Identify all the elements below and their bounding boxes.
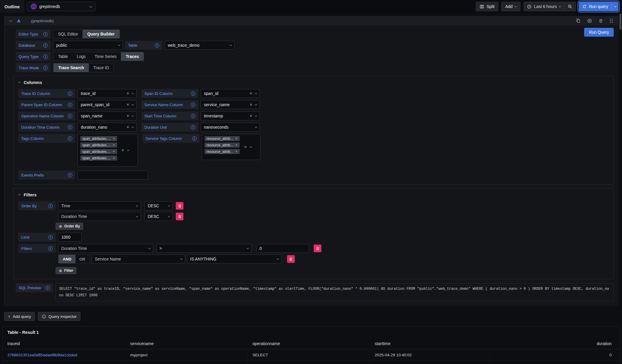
info-icon[interactable]: i <box>43 54 48 59</box>
filter-operator-select-1[interactable]: > <box>156 244 252 253</box>
trace-id-column-select[interactable]: trace_id ✕ <box>78 89 137 98</box>
tag-chip[interactable]: span_attributes....✕ <box>80 149 117 154</box>
query-type-traces-option[interactable]: Traces <box>121 52 144 61</box>
column-header-duration[interactable]: duration <box>490 341 620 349</box>
run-query-options-button[interactable] <box>612 2 618 11</box>
info-icon[interactable]: i <box>191 91 195 96</box>
info-icon[interactable]: i <box>68 103 72 107</box>
remove-chip-icon[interactable]: ✕ <box>235 137 238 140</box>
filter-field-select-2[interactable]: Service Name <box>92 255 185 263</box>
query-inspector-button[interactable]: Query inspector <box>38 312 80 321</box>
remove-chip-icon[interactable]: ✕ <box>112 150 115 153</box>
info-icon[interactable]: i <box>68 173 72 177</box>
remove-chip-icon[interactable]: ✕ <box>112 137 115 140</box>
table-select[interactable]: web_trace_demo <box>165 41 235 50</box>
info-icon[interactable]: i <box>46 286 50 290</box>
order-by-direction-select-2[interactable]: DESC <box>144 212 173 221</box>
service-tag-chip[interactable]: resource_attrib...✕ <box>204 149 240 154</box>
info-icon[interactable]: i <box>155 43 159 48</box>
filters-section-header[interactable]: Filters <box>18 192 609 197</box>
clear-all-icon[interactable]: ✕ <box>121 148 124 152</box>
remove-order-by-button[interactable] <box>176 213 183 220</box>
eye-icon[interactable] <box>587 18 592 23</box>
add-button[interactable]: Add <box>501 2 521 11</box>
query-ref-id[interactable]: A <box>17 18 20 23</box>
service-name-column-select[interactable]: service_name ✕ <box>201 100 260 109</box>
column-header-operationname[interactable]: operationname <box>248 341 370 349</box>
info-icon[interactable]: i <box>43 32 48 36</box>
sql-editor-option[interactable]: SQL Editor <box>54 30 83 38</box>
trace-id-option[interactable]: Trace ID <box>89 64 113 72</box>
columns-section-header[interactable]: Columns <box>18 80 609 85</box>
order-by-field-select-1[interactable]: Time <box>58 201 141 210</box>
info-icon[interactable]: i <box>68 136 72 141</box>
parent-span-id-column-select[interactable]: parent_span_id ✕ <box>78 100 137 109</box>
filter-field-select-1[interactable]: Duration Time <box>58 244 153 253</box>
operation-name-column-select[interactable]: span_name ✕ <box>78 111 137 120</box>
service-tag-chip[interactable]: resource_attrib...✕ <box>204 136 240 141</box>
filter-value-input-1[interactable] <box>256 244 309 253</box>
clear-icon[interactable]: ✕ <box>126 125 129 129</box>
start-time-column-select[interactable]: timestamp ✕ <box>201 111 260 120</box>
clear-all-icon[interactable]: ✕ <box>244 145 247 149</box>
clear-icon[interactable]: ✕ <box>126 103 129 106</box>
collapse-query-chevron-icon[interactable] <box>9 19 12 22</box>
and-option[interactable]: AND <box>59 255 75 263</box>
info-icon[interactable]: i <box>68 125 72 130</box>
query-type-timeseries-option[interactable]: Time Series <box>90 52 121 61</box>
info-icon[interactable]: i <box>192 136 196 141</box>
outline-label[interactable]: Outline <box>0 0 24 13</box>
service-tag-chip[interactable]: resource_attrib...✕ <box>204 143 240 148</box>
remove-chip-icon[interactable]: ✕ <box>235 150 238 153</box>
scrollbar-thumb[interactable] <box>619 14 621 30</box>
info-icon[interactable]: i <box>43 66 48 70</box>
run-query-button-top[interactable]: Run query <box>579 2 612 11</box>
order-by-direction-select-1[interactable]: DESC <box>144 201 173 210</box>
info-icon[interactable]: i <box>48 235 53 240</box>
duration-unit-select[interactable]: nanoseconds <box>201 123 260 132</box>
clear-icon[interactable]: ✕ <box>126 114 129 118</box>
add-query-button[interactable]: + Add query <box>4 312 35 321</box>
events-prefix-input[interactable] <box>78 171 148 179</box>
info-icon[interactable]: i <box>48 204 53 208</box>
drag-handle-icon[interactable] <box>610 18 613 23</box>
add-filter-button[interactable]: ⊕ Filter <box>56 267 76 274</box>
info-icon[interactable]: i <box>191 114 195 118</box>
column-header-servicename[interactable]: servicename <box>125 341 248 349</box>
duration-time-column-select[interactable]: duration_nano ✕ <box>78 123 137 132</box>
or-option[interactable]: OR <box>75 255 89 263</box>
limit-input[interactable] <box>58 233 82 242</box>
remove-filter-button[interactable] <box>314 245 321 252</box>
datasource-picker[interactable]: greptimedb <box>27 2 96 11</box>
info-icon[interactable]: i <box>48 246 53 251</box>
tags-column-multiselect[interactable]: span_attributes....✕ span_attributes....… <box>78 134 138 166</box>
span-id-column-select[interactable]: span_id ✕ <box>201 89 260 98</box>
service-tags-column-multiselect[interactable]: resource_attrib...✕ resource_attrib...✕ … <box>202 134 260 160</box>
duplicate-query-icon[interactable] <box>576 18 581 23</box>
column-header-traceid[interactable]: traceid <box>3 341 125 349</box>
zoom-out-time-button[interactable] <box>564 2 576 11</box>
clear-icon[interactable]: ✕ <box>249 114 252 118</box>
remove-chip-icon[interactable]: ✕ <box>112 157 115 160</box>
tag-chip[interactable]: span_attributes....✕ <box>80 156 117 161</box>
remove-chip-icon[interactable]: ✕ <box>235 144 238 147</box>
run-query-inline-button[interactable]: Run Query <box>584 28 614 37</box>
info-icon[interactable]: i <box>68 91 72 96</box>
add-order-by-button[interactable]: ⊕ Order By <box>56 223 83 230</box>
remove-order-by-button[interactable] <box>176 202 183 210</box>
traceid-link[interactable]: 3768831301ea0d65adaef8b9da1cbded <box>3 349 125 360</box>
info-icon[interactable]: i <box>191 103 195 107</box>
database-select[interactable]: public <box>53 41 123 50</box>
info-icon[interactable]: i <box>43 43 48 48</box>
clear-icon[interactable]: ✕ <box>249 92 252 95</box>
clear-icon[interactable]: ✕ <box>126 92 129 95</box>
trash-icon[interactable] <box>599 19 603 23</box>
info-icon[interactable]: i <box>191 125 195 130</box>
trace-search-option[interactable]: Trace Search <box>54 64 89 72</box>
remove-filter-button[interactable] <box>287 255 295 263</box>
info-icon[interactable]: i <box>68 114 72 118</box>
clear-icon[interactable]: ✕ <box>249 103 252 106</box>
tag-chip[interactable]: span_attributes....✕ <box>80 143 117 148</box>
tag-chip[interactable]: span_attributes....✕ <box>80 136 117 141</box>
time-range-picker[interactable]: Last 6 hours <box>524 2 564 11</box>
